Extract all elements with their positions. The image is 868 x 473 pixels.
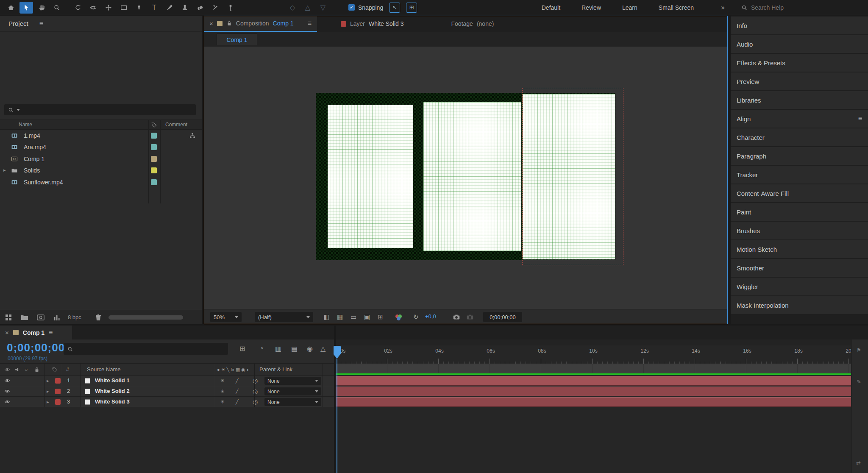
quality-switch-icon[interactable]: ✳ <box>220 389 224 394</box>
label-column-tag-icon[interactable] <box>52 367 58 373</box>
white-solid-1-layer[interactable] <box>328 105 413 248</box>
pan-behind-tool[interactable] <box>102 2 115 14</box>
layer-name[interactable]: White Solid 3 <box>95 398 130 405</box>
magnification-dropdown[interactable]: 50% <box>210 312 242 322</box>
eye-icon[interactable] <box>4 399 10 405</box>
help-search-input[interactable] <box>751 4 844 11</box>
help-search[interactable] <box>741 4 864 11</box>
layer-row-2[interactable]: ▸ 2 White Solid 2 ✳ ╱ ◎ None <box>0 386 334 397</box>
roto-brush-tool[interactable] <box>209 2 222 14</box>
comp-button-icon[interactable]: ✎ <box>857 378 861 385</box>
panel-tab-smoother[interactable]: Smoother <box>731 259 868 277</box>
trash-icon[interactable] <box>94 313 103 322</box>
snap-to-feature-button[interactable]: ↖ <box>389 3 400 13</box>
project-item-row[interactable]: Ara.mp4 <box>0 141 202 153</box>
layer-duration-bar-1[interactable] <box>336 376 851 386</box>
panel-tab-paint[interactable]: Paint <box>731 203 868 221</box>
expand-chevron-icon[interactable]: ▸ <box>47 378 49 384</box>
source-name-column-label[interactable]: Source Name <box>87 367 120 373</box>
parent-link-dropdown[interactable]: None <box>264 387 321 395</box>
label-color-swatch[interactable] <box>151 144 157 150</box>
region-of-interest-icon[interactable]: ▭ <box>351 313 356 321</box>
column-name[interactable]: Name <box>19 120 32 129</box>
reset-exposure-icon[interactable]: ↻ <box>413 313 419 321</box>
camera-tool[interactable] <box>86 2 100 14</box>
panel-tab-tracker[interactable]: Tracker <box>731 166 868 184</box>
new-folder-icon[interactable] <box>20 313 29 322</box>
project-item-row[interactable]: Comp 1 <box>0 153 202 164</box>
workspace-review[interactable]: Review <box>581 4 601 11</box>
panel-tab-audio[interactable]: Audio <box>731 35 868 53</box>
panel-menu-icon[interactable]: ≡ <box>858 115 862 122</box>
eye-column-icon[interactable] <box>4 367 10 373</box>
lock-column-icon[interactable] <box>34 367 40 373</box>
puppet-pin-tool[interactable] <box>224 2 237 14</box>
pickwhip-icon[interactable]: ◎ <box>253 388 258 395</box>
work-area-bar[interactable] <box>336 364 851 373</box>
panel-tab-preview[interactable]: Preview <box>731 72 868 90</box>
snap-beyond-range-button[interactable]: ⊞ <box>406 3 417 13</box>
panel-tab-content-aware-fill[interactable]: Content-Aware Fill <box>731 184 868 202</box>
panel-tab-info[interactable]: Info <box>731 17 868 34</box>
layer-name[interactable]: White Solid 1 <box>95 377 130 384</box>
interpret-footage-icon[interactable] <box>4 313 13 322</box>
bit-depth-label[interactable]: 8 bpc <box>68 314 81 320</box>
home-button[interactable] <box>4 2 18 14</box>
panel-tab-libraries[interactable]: Libraries <box>731 91 868 109</box>
column-comment[interactable]: Comment <box>165 120 187 129</box>
viewer-subtab-comp1[interactable]: Comp 1 <box>217 33 257 45</box>
label-color-swatch[interactable] <box>151 167 157 173</box>
workspace-small-screen[interactable]: Small Screen <box>659 4 694 11</box>
column-divider[interactable] <box>81 364 81 407</box>
quality-best-switch-icon[interactable]: ╱ <box>236 389 239 394</box>
expand-chevron-icon[interactable]: ▸ <box>3 167 6 173</box>
panel-menu-icon[interactable]: ≡ <box>308 19 312 27</box>
parent-link-dropdown[interactable]: None <box>264 377 321 385</box>
expand-chevron-icon[interactable]: ▸ <box>47 389 49 394</box>
graph-editor-icon[interactable]: △ <box>320 345 326 353</box>
grid-guides-icon[interactable]: ⊞ <box>378 313 383 321</box>
number-column-label[interactable]: # <box>66 367 69 373</box>
column-divider[interactable] <box>215 364 215 407</box>
workspace-learn[interactable]: Learn <box>622 4 637 11</box>
white-solid-2-layer[interactable] <box>423 102 521 251</box>
selection-tool[interactable] <box>19 2 33 14</box>
layer-duration-bar-2[interactable] <box>336 387 851 396</box>
timeline-search-input[interactable] <box>76 346 225 352</box>
tab-composition[interactable]: × Composition Comp 1 ≡ <box>204 16 317 32</box>
panel-tab-motion-sketch[interactable]: Motion Sketch <box>731 240 868 258</box>
tab-layer[interactable]: Layer White Solid 3 <box>341 20 404 27</box>
project-item-row[interactable]: 1.mp4 <box>0 130 202 141</box>
rotation-tool[interactable] <box>71 2 85 14</box>
horizontal-scrollbar[interactable] <box>108 315 183 320</box>
panel-tab-paragraph[interactable]: Paragraph <box>731 147 868 165</box>
draft-3d-icon[interactable]: ◔ <box>259 345 264 352</box>
project-search-box[interactable] <box>4 104 196 115</box>
mini-flowchart-icon[interactable]: ⊞ <box>239 345 245 353</box>
timeline-tab-comp1[interactable]: × Comp 1 ≡ <box>0 326 72 339</box>
label-color-swatch[interactable] <box>151 179 157 185</box>
eye-icon[interactable] <box>4 388 10 394</box>
composition-viewport[interactable] <box>204 47 728 309</box>
quality-best-switch-icon[interactable]: ╱ <box>236 399 239 405</box>
label-column-tag-icon[interactable] <box>151 122 157 128</box>
resolution-dropdown[interactable]: (Half) <box>255 312 313 322</box>
panel-tab-character[interactable]: Character <box>731 128 868 146</box>
panel-tab-effects-presets[interactable]: Effects & Presets <box>731 54 868 72</box>
close-tab-icon[interactable]: × <box>209 20 213 27</box>
tab-footage[interactable]: Footage (none) <box>451 20 494 27</box>
project-panel-menu-icon[interactable]: ≡ <box>39 20 43 28</box>
switches-column-icons[interactable]: ● ☀ ╲ fx ▦ ◉ ◐ <box>217 367 250 373</box>
panel-tab-mask-interpolation[interactable]: Mask Interpolation <box>731 296 868 314</box>
layer-name[interactable]: White Solid 2 <box>95 388 130 394</box>
timeline-search-box[interactable] <box>64 343 228 355</box>
panel-menu-icon[interactable]: ≡ <box>49 329 53 337</box>
clone-stamp-tool[interactable] <box>178 2 192 14</box>
workspace-overflow-chevron[interactable]: » <box>721 4 725 11</box>
zoom-tool[interactable] <box>50 2 64 14</box>
parent-link-column-label[interactable]: Parent & Link <box>259 367 292 373</box>
frame-blending-icon[interactable]: ▤ <box>291 345 298 353</box>
motion-blur-icon[interactable]: ◉ <box>307 345 313 353</box>
playhead-line[interactable] <box>337 359 337 473</box>
toggle-switches-modes-icon[interactable]: ⇄ <box>856 460 861 466</box>
